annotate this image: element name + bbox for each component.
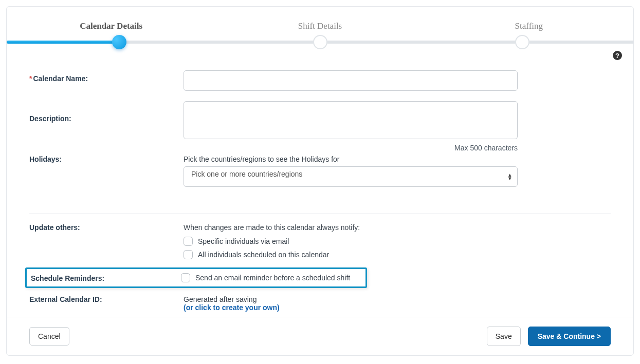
reminder-label: Send an email reminder before a schedule… — [195, 274, 350, 282]
notify-all-checkbox[interactable] — [184, 250, 193, 259]
progress-fill — [7, 41, 119, 44]
label-external-id: External Calendar ID: — [29, 295, 184, 303]
cancel-button[interactable]: Cancel — [29, 327, 69, 346]
label-holidays: Holidays: — [29, 155, 184, 163]
label-update-others: Update others: — [29, 223, 184, 232]
row-holidays: Holidays: Pick the countries/regions to … — [29, 155, 611, 187]
update-others-help: When changes are made to this calendar a… — [184, 223, 611, 232]
required-marker: * — [29, 74, 32, 83]
progress-dot-2[interactable] — [313, 35, 327, 49]
save-button[interactable]: Save — [487, 327, 521, 346]
step-shift-details[interactable]: Shift Details — [215, 21, 424, 31]
holidays-select[interactable]: Pick one or more countries/regions — [184, 166, 518, 187]
step-staffing[interactable]: Staffing — [425, 21, 633, 31]
notify-specific-checkbox[interactable] — [184, 237, 193, 246]
label-description: Description: — [29, 101, 184, 123]
row-description: Description: Max 500 characters — [29, 101, 611, 152]
notify-specific-row: Specific individuals via email — [184, 237, 611, 246]
label-calendar-name: *Calendar Name: — [29, 70, 184, 83]
row-external-id: External Calendar ID: Generated after sa… — [29, 295, 611, 312]
row-calendar-name: *Calendar Name: — [29, 70, 611, 91]
max-char-hint: Max 500 characters — [184, 144, 518, 152]
external-id-generated-text: Generated after saving — [184, 295, 611, 303]
progress-track — [7, 41, 633, 44]
notify-all-row: All individuals scheduled on this calend… — [184, 250, 611, 259]
save-continue-button[interactable]: Save & Continue > — [528, 327, 611, 346]
create-own-link[interactable]: (or click to create your own) — [184, 303, 611, 312]
row-update-others: Update others: When changes are made to … — [29, 223, 611, 263]
holidays-help-text: Pick the countries/regions to see the Ho… — [184, 155, 611, 163]
wizard-steps: Calendar Details Shift Details Staffing — [7, 7, 633, 31]
description-input[interactable] — [184, 101, 518, 139]
form-body-2: Update others: When changes are made to … — [7, 214, 633, 317]
reminder-row: Send an email reminder before a schedule… — [181, 273, 359, 282]
step-calendar-details[interactable]: Calendar Details — [7, 21, 215, 31]
footer-bar: Cancel Save Save & Continue > — [7, 317, 633, 355]
calendar-name-input[interactable] — [184, 70, 518, 91]
label-schedule-reminders: Schedule Reminders: — [27, 273, 181, 282]
form-body: *Calendar Name: Description: Max 500 cha… — [7, 60, 633, 202]
notify-all-label: All individuals scheduled on this calend… — [198, 251, 329, 259]
notify-specific-label: Specific individuals via email — [198, 237, 289, 245]
help-icon[interactable]: ? — [613, 51, 622, 60]
schedule-reminders-highlight: Schedule Reminders: Send an email remind… — [25, 267, 367, 288]
wizard-card: Calendar Details Shift Details Staffing … — [6, 6, 634, 356]
reminder-checkbox[interactable] — [181, 273, 190, 282]
